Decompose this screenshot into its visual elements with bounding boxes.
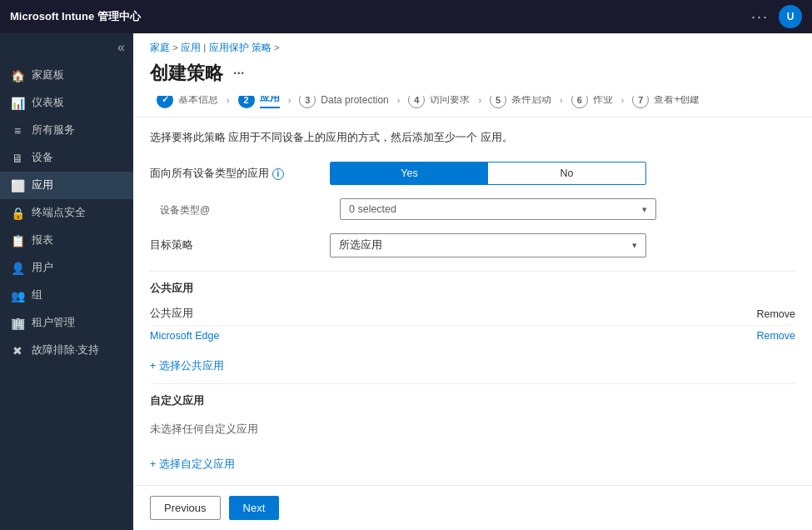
step-conditional-launch[interactable]: 5 条件启动	[483, 96, 558, 112]
breadcrumb-home[interactable]: 家庭	[150, 42, 170, 52]
step-5-circle: 5	[490, 96, 506, 108]
sidebar-item-reports[interactable]: 📋 报表	[0, 227, 133, 254]
sidebar-label-dashboard: 仪表板	[32, 96, 64, 110]
sidebar-label-security: 终端点安全	[32, 206, 86, 220]
sidebar-item-home[interactable]: 🏠 家庭板	[0, 62, 133, 89]
dashboard-icon: 📊	[10, 97, 25, 110]
step-arrow-5: ›	[560, 96, 563, 105]
users-icon: 👤	[10, 262, 25, 275]
target-policy-label: 目标策略	[150, 233, 316, 252]
step-5-num: 5	[496, 96, 501, 105]
step-basic-info[interactable]: ✓ 基本信息	[150, 96, 225, 112]
wizard-steps: ✓ 基本信息 › 2 应用 › 3 Data protection ›	[133, 96, 812, 118]
step-5-label: 条件启动	[511, 96, 551, 107]
next-button[interactable]: Next	[229, 496, 280, 520]
sidebar-item-dashboard[interactable]: 📊 仪表板	[0, 89, 133, 117]
target-policy-row: 目标策略 所选应用 ▾	[150, 233, 795, 258]
add-public-app-link[interactable]: 选择公共应用	[150, 359, 224, 373]
sidebar-label-all-services: 所有服务	[32, 123, 75, 138]
all-services-icon: ≡	[10, 124, 25, 138]
step-review-create[interactable]: 7 查看+创建	[625, 96, 706, 112]
content-area: 家庭 > 应用 | 应用保护 策略 > 创建策略 ··· ✓ 基本信息 › 2	[133, 33, 812, 530]
page-title-row: 创建策略 ···	[133, 58, 812, 96]
step-3-num: 3	[305, 96, 310, 105]
step-arrow-2: ›	[288, 96, 291, 105]
breadcrumb-policy[interactable]: 应用保护 策略	[209, 42, 271, 52]
sidebar-item-tenant[interactable]: 🏢 租户管理	[0, 309, 133, 337]
topbar-more-icon[interactable]: ···	[751, 8, 769, 26]
page-title-more[interactable]: ···	[233, 66, 244, 81]
devices-icon: 🖥	[10, 152, 25, 165]
step-6-num: 6	[577, 96, 582, 105]
step-7-label: 查看+创建	[654, 96, 700, 107]
step-7-circle: 7	[632, 96, 649, 108]
sidebar-label-groups: 组	[32, 288, 42, 302]
targeting-label: 面向所有设备类型的应用 i	[150, 162, 316, 181]
step-7-num: 7	[638, 96, 643, 105]
step-assignment[interactable]: 6 作业	[565, 96, 620, 112]
breadcrumb-apps[interactable]: 应用	[181, 42, 201, 52]
microsoft-edge-link[interactable]: Microsoft Edge	[150, 330, 219, 342]
sidebar-label-reports: 报表	[32, 233, 53, 248]
topbar: Microsoft Intune 管理中心 ··· U	[0, 0, 812, 33]
sidebar-item-security[interactable]: 🔒 终端点安全	[0, 199, 133, 227]
sidebar-item-groups[interactable]: 👥 组	[0, 282, 133, 309]
device-type-label: 设备类型@	[160, 198, 326, 218]
step-6-label: 作业	[593, 96, 613, 107]
custom-apps-section: 自定义应用 未选择任何自定义应用	[150, 394, 795, 444]
sidebar-label-tenant: 租户管理	[32, 316, 75, 330]
home-icon: 🏠	[10, 69, 25, 82]
step-1-circle: ✓	[157, 96, 173, 108]
previous-button[interactable]: Previous	[150, 496, 221, 520]
form-description: 选择要将此策略 应用于不同设备上的应用的方式，然后添加至少一个 应用。	[150, 131, 795, 145]
step-6-circle: 6	[571, 96, 588, 108]
public-apps-header: 公共应用	[150, 282, 795, 296]
divider-1	[150, 271, 795, 272]
app-title: Microsoft Intune 管理中心	[10, 9, 141, 24]
target-policy-dropdown[interactable]: 所选应用 ▾	[330, 233, 646, 258]
step-data-protection[interactable]: 3 Data protection	[292, 96, 395, 112]
microsoft-edge-remove-button[interactable]: Remove	[756, 330, 795, 342]
step-arrow-3: ›	[397, 96, 401, 105]
add-custom-app-link[interactable]: 选择自定义应用	[150, 458, 235, 472]
sidebar-label-devices: 设备	[32, 151, 53, 165]
groups-icon: 👥	[10, 289, 25, 302]
step-4-label: 访问要求	[430, 96, 470, 107]
step-access-req[interactable]: 4 访问要求	[401, 96, 476, 112]
troubleshoot-icon: ✖	[10, 344, 25, 358]
sidebar-label-troubleshoot: 故障排除·支持	[32, 343, 99, 358]
sidebar: « 🏠 家庭板 📊 仪表板 ≡ 所有服务 🖥 设备 ⬜ 应用 🔒 终端点安全 📋	[0, 33, 133, 530]
step-2-num: 2	[244, 96, 249, 105]
tenant-icon: 🏢	[10, 317, 25, 330]
footer: Previous Next	[133, 485, 812, 530]
sidebar-item-apps[interactable]: ⬜ 应用	[0, 172, 133, 199]
targeting-row: 面向所有设备类型的应用 i Yes No	[150, 162, 795, 185]
sidebar-collapse-button[interactable]: «	[0, 33, 133, 62]
breadcrumb: 家庭 > 应用 | 应用保护 策略 >	[133, 33, 812, 58]
main-layout: « 🏠 家庭板 📊 仪表板 ≡ 所有服务 🖥 设备 ⬜ 应用 🔒 终端点安全 📋	[0, 33, 812, 530]
targeting-info-icon[interactable]: i	[272, 168, 284, 180]
public-app-remove-button[interactable]: Remove	[756, 308, 795, 320]
toggle-no-button[interactable]: No	[488, 162, 645, 184]
collapse-icon: «	[117, 40, 125, 55]
security-icon: 🔒	[10, 207, 25, 220]
device-type-dropdown[interactable]: 0 selected ▾	[340, 198, 656, 220]
table-row: 未选择任何自定义应用	[150, 415, 795, 444]
page-title: 创建策略	[150, 61, 223, 86]
sidebar-label-users: 用户	[32, 261, 53, 275]
device-type-value: 0 selected	[349, 203, 396, 215]
step-apps[interactable]: 2 应用	[232, 96, 286, 112]
custom-apps-header: 自定义应用	[150, 394, 795, 408]
target-policy-chevron-icon: ▾	[632, 240, 637, 251]
sidebar-item-users[interactable]: 👤 用户	[0, 254, 133, 282]
step-3-circle: 3	[299, 96, 316, 108]
sidebar-item-all-services[interactable]: ≡ 所有服务	[0, 117, 133, 144]
step-3-label: Data protection	[321, 96, 388, 106]
form-area: 选择要将此策略 应用于不同设备上的应用的方式，然后添加至少一个 应用。 面向所有…	[133, 118, 812, 485]
user-avatar[interactable]: U	[779, 5, 802, 28]
step-1-label: 基本信息	[178, 96, 218, 107]
sidebar-item-devices[interactable]: 🖥 设备	[0, 144, 133, 172]
sidebar-item-troubleshoot[interactable]: ✖ 故障排除·支持	[0, 337, 133, 364]
step-arrow-4: ›	[478, 96, 481, 105]
toggle-yes-button[interactable]: Yes	[331, 162, 488, 184]
